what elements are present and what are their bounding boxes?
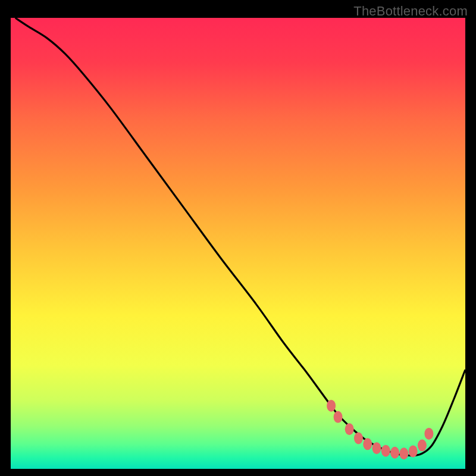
marker-dot [354, 432, 363, 444]
marker-dot [372, 442, 381, 454]
marker-dot [381, 445, 390, 457]
gradient-background [11, 18, 465, 469]
marker-dot [345, 423, 354, 435]
marker-dot [409, 445, 418, 457]
marker-dot [399, 447, 408, 459]
marker-dot [424, 428, 433, 440]
watermark-text: TheBottleneck.com [353, 4, 468, 19]
bottleneck-chart [11, 18, 465, 469]
marker-dot [327, 400, 336, 412]
chart-container: TheBottleneck.com [0, 0, 476, 476]
marker-dot [363, 438, 372, 450]
marker-dot [418, 440, 427, 452]
marker-dot [390, 447, 399, 459]
marker-dot [334, 411, 343, 423]
